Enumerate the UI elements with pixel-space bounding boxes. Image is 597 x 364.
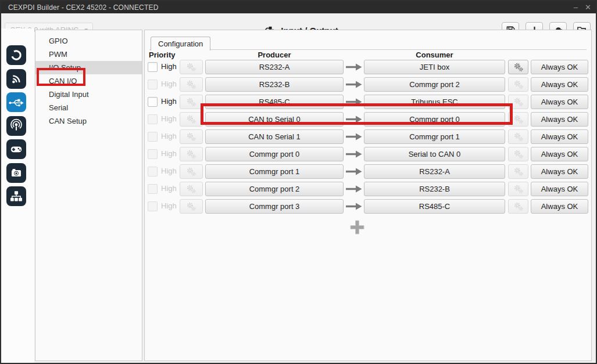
arrow-right-icon	[346, 98, 362, 106]
consumer-button[interactable]: RS232-B	[364, 182, 505, 196]
condition-button[interactable]: Always OK	[531, 60, 588, 74]
table-row: High RS485-C Tribunus ESC Always OK	[145, 95, 591, 109]
gears-icon	[186, 114, 196, 124]
producer-settings-button[interactable]	[180, 199, 203, 214]
condition-button[interactable]: Always OK	[531, 199, 588, 214]
module-network-button[interactable]	[6, 186, 26, 206]
table-row: High Commgr port 2 RS232-B Always OK	[145, 182, 591, 196]
consumer-button[interactable]: Commgr port 2	[364, 77, 505, 92]
consumer-button[interactable]: Tribunus ESC	[364, 95, 505, 109]
module-podcast-button[interactable]	[6, 116, 26, 136]
column-header-consumer: Consumer	[364, 51, 505, 59]
gears-icon	[513, 114, 524, 124]
consumer-button[interactable]: Commgr port 1	[364, 129, 505, 144]
consumer-settings-button[interactable]	[508, 164, 528, 179]
priority-checkbox[interactable]	[148, 97, 158, 107]
nav-item-pwm[interactable]: PWM	[35, 48, 142, 61]
priority-label: High	[161, 62, 177, 71]
add-route-button[interactable]	[349, 219, 365, 235]
plus-icon	[349, 219, 365, 235]
consumer-button[interactable]: Serial to CAN 0	[364, 147, 505, 161]
gears-icon	[513, 62, 524, 72]
priority-checkbox[interactable]	[148, 167, 158, 176]
module-camera-button[interactable]	[6, 163, 26, 183]
producer-button[interactable]: RS232-A	[205, 60, 344, 74]
nav-item-io-setup[interactable]: I/O Setup	[35, 61, 142, 74]
module-gamepad-button[interactable]	[6, 139, 26, 159]
arrow-right-icon	[346, 63, 362, 71]
producer-settings-button[interactable]	[180, 129, 203, 144]
rss-icon	[9, 71, 24, 87]
priority-checkbox[interactable]	[148, 114, 158, 124]
table-row: High CAN to Serial 1 Commgr port 1 Alway…	[145, 129, 591, 144]
consumer-button[interactable]: RS232-A	[364, 164, 505, 179]
priority-checkbox[interactable]	[148, 184, 158, 194]
producer-button[interactable]: Commgr port 1	[205, 164, 344, 179]
producer-settings-button[interactable]	[180, 60, 203, 74]
minimize-button[interactable]: –	[574, 1, 578, 13]
gears-icon	[513, 167, 524, 176]
nav-item-gpio[interactable]: GPIO	[35, 34, 142, 48]
module-io-button[interactable]	[6, 92, 26, 112]
table-row: High Commgr port 0 Serial to CAN 0 Alway…	[145, 147, 591, 161]
module-gauge-button[interactable]	[6, 45, 26, 65]
consumer-settings-button[interactable]	[508, 60, 528, 74]
condition-button[interactable]: Always OK	[531, 95, 588, 109]
consumer-button[interactable]: Commgr port 0	[364, 112, 505, 127]
priority-label: High	[161, 80, 177, 88]
tab-configuration[interactable]: Configuration	[151, 37, 210, 51]
consumer-settings-button[interactable]	[508, 77, 528, 92]
consumer-settings-button[interactable]	[508, 182, 528, 196]
producer-button[interactable]: Commgr port 0	[205, 147, 344, 161]
consumer-button[interactable]: RS485-C	[364, 199, 505, 214]
nav-item-serial[interactable]: Serial	[35, 101, 142, 114]
producer-button[interactable]: Commgr port 2	[205, 182, 344, 196]
condition-button[interactable]: Always OK	[531, 77, 588, 92]
producer-button[interactable]: CAN to Serial 1	[205, 129, 344, 144]
gamepad-icon	[9, 142, 24, 157]
producer-button[interactable]: RS232-B	[205, 77, 344, 92]
condition-button[interactable]: Always OK	[531, 129, 588, 144]
table-row: High CAN to Serial 0 Commgr port 0 Alway…	[145, 112, 591, 127]
consumer-settings-button[interactable]	[508, 129, 528, 144]
io-config-panel: Configuration Priority Producer Consumer…	[144, 30, 592, 361]
consumer-settings-button[interactable]	[508, 147, 528, 161]
priority-checkbox[interactable]	[148, 149, 158, 159]
producer-settings-button[interactable]	[180, 112, 203, 127]
condition-button[interactable]: Always OK	[531, 182, 588, 196]
close-button[interactable]: ✕	[585, 1, 591, 13]
gears-icon	[513, 184, 524, 194]
producer-settings-button[interactable]	[180, 182, 203, 196]
producer-settings-button[interactable]	[180, 77, 203, 92]
consumer-settings-button[interactable]	[508, 112, 528, 127]
section-nav: GPIO PWM I/O Setup CAN I/O Digital Input…	[35, 30, 142, 361]
nav-item-can-io[interactable]: CAN I/O	[35, 74, 142, 88]
consumer-settings-button[interactable]	[508, 95, 528, 109]
producer-settings-button[interactable]	[180, 147, 203, 161]
nav-item-digital-input[interactable]: Digital Input	[35, 88, 142, 101]
condition-button[interactable]: Always OK	[531, 147, 588, 161]
priority-checkbox[interactable]	[148, 132, 158, 142]
table-row: High RS232-B Commgr port 2 Always OK	[145, 77, 591, 92]
producer-settings-button[interactable]	[180, 164, 203, 179]
priority-checkbox[interactable]	[148, 62, 158, 72]
arrow-right-icon	[346, 168, 362, 175]
producer-button[interactable]: CAN to Serial 0	[205, 112, 344, 127]
nav-item-can-setup[interactable]: CAN Setup	[35, 114, 142, 128]
priority-checkbox[interactable]	[148, 80, 158, 89]
consumer-settings-button[interactable]	[508, 199, 528, 214]
producer-button[interactable]: Commgr port 3	[205, 199, 344, 214]
condition-button[interactable]: Always OK	[531, 112, 588, 127]
priority-checkbox[interactable]	[148, 201, 158, 211]
gears-icon	[186, 184, 196, 194]
consumer-button[interactable]: JETI box	[364, 60, 505, 74]
table-row: High Commgr port 1 RS232-A Always OK	[145, 164, 591, 179]
module-rss-button[interactable]	[6, 69, 26, 89]
table-row: High Commgr port 3 RS485-C Always OK	[145, 199, 591, 214]
priority-label: High	[161, 201, 177, 210]
condition-button[interactable]: Always OK	[531, 164, 588, 179]
priority-label: High	[161, 97, 177, 106]
gears-icon	[186, 149, 196, 159]
producer-button[interactable]: RS485-C	[205, 95, 344, 109]
producer-settings-button[interactable]	[180, 95, 203, 109]
